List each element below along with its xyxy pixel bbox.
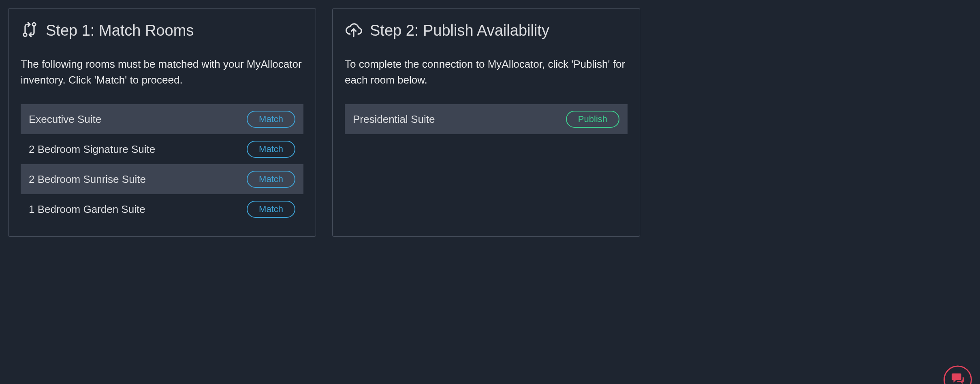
room-name: 2 Bedroom Signature Suite bbox=[29, 143, 155, 156]
room-name: 1 Bedroom Garden Suite bbox=[29, 203, 145, 216]
step2-title: Step 2: Publish Availability bbox=[370, 22, 549, 39]
step1-panel: Step 1: Match Rooms The following rooms … bbox=[8, 8, 316, 237]
room-row: 2 Bedroom Sunrise Suite Match bbox=[21, 164, 303, 194]
room-row: Executive Suite Match bbox=[21, 104, 303, 134]
room-row: Presidential Suite Publish bbox=[345, 104, 628, 134]
match-button[interactable]: Match bbox=[247, 141, 295, 158]
steps-container: Step 1: Match Rooms The following rooms … bbox=[8, 8, 972, 237]
git-compare-icon bbox=[21, 21, 38, 40]
chat-widget-button[interactable] bbox=[944, 366, 972, 384]
cloud-upload-icon bbox=[345, 21, 363, 40]
step1-title: Step 1: Match Rooms bbox=[46, 22, 194, 39]
step2-panel: Step 2: Publish Availability To complete… bbox=[332, 8, 640, 237]
step1-header: Step 1: Match Rooms bbox=[21, 21, 303, 40]
match-button[interactable]: Match bbox=[247, 111, 295, 128]
step2-description: To complete the connection to MyAllocato… bbox=[345, 56, 628, 88]
chat-icon bbox=[950, 372, 965, 384]
step2-room-list: Presidential Suite Publish bbox=[345, 104, 628, 134]
room-name: 2 Bedroom Sunrise Suite bbox=[29, 173, 146, 186]
room-row: 1 Bedroom Garden Suite Match bbox=[21, 194, 303, 224]
match-button[interactable]: Match bbox=[247, 201, 295, 218]
room-row: 2 Bedroom Signature Suite Match bbox=[21, 134, 303, 164]
room-name: Presidential Suite bbox=[353, 113, 435, 126]
step1-room-list: Executive Suite Match 2 Bedroom Signatur… bbox=[21, 104, 303, 224]
step1-description: The following rooms must be matched with… bbox=[21, 56, 303, 88]
step2-header: Step 2: Publish Availability bbox=[345, 21, 628, 40]
room-name: Executive Suite bbox=[29, 113, 101, 126]
publish-button[interactable]: Publish bbox=[566, 111, 619, 128]
match-button[interactable]: Match bbox=[247, 171, 295, 188]
